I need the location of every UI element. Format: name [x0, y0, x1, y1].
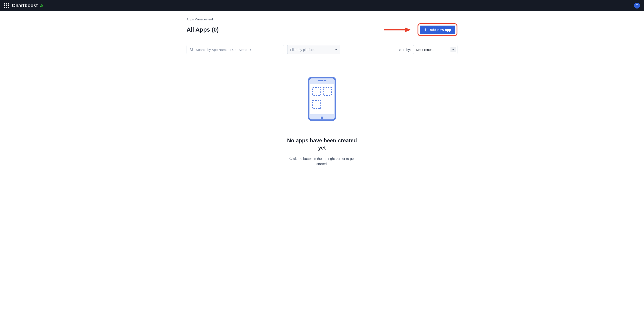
avatar-initial: T — [636, 4, 638, 7]
apps-grid-icon[interactable] — [4, 3, 9, 8]
breadcrumb: Apps Management — [186, 18, 458, 21]
empty-state: No apps have been created yet Click the … — [186, 63, 458, 166]
empty-state-title: No apps have been created yet — [286, 137, 358, 152]
svg-rect-8 — [318, 80, 323, 81]
plus-icon — [424, 28, 428, 32]
svg-line-5 — [192, 50, 194, 51]
search-input[interactable] — [196, 48, 281, 52]
chevron-down-icon — [452, 48, 454, 51]
chevron-down-icon — [335, 48, 338, 51]
top-navbar: Chartboost T — [0, 0, 644, 11]
svg-marker-1 — [405, 28, 411, 32]
filter-row: Filter by platform Sort by: Most recent — [186, 45, 458, 54]
search-field-wrap[interactable] — [186, 45, 284, 54]
user-avatar[interactable]: T — [634, 3, 640, 8]
sort-group: Sort by: Most recent — [399, 45, 458, 54]
main-container: Apps Management All Apps (0) Add new app — [183, 11, 461, 175]
svg-rect-10 — [321, 116, 323, 119]
brand-logo-group[interactable]: Chartboost — [12, 3, 44, 8]
sort-select[interactable]: Most recent — [413, 45, 458, 54]
brand-mark-icon — [40, 4, 44, 8]
page-title: All Apps (0) — [186, 26, 219, 33]
search-icon — [190, 47, 194, 52]
annotation-highlight-box: Add new app — [418, 23, 458, 36]
svg-rect-9 — [324, 80, 326, 81]
sort-label: Sort by: — [399, 48, 411, 52]
brand-name: Chartboost — [12, 3, 38, 8]
add-button-label: Add new app — [430, 28, 451, 32]
sort-selected-value: Most recent — [416, 48, 434, 52]
sort-chevron-box — [450, 47, 456, 52]
annotation-arrow-icon — [384, 27, 411, 32]
svg-rect-7 — [310, 84, 334, 114]
platform-filter-select[interactable]: Filter by platform — [287, 45, 340, 54]
title-row: All Apps (0) Add new app — [186, 23, 458, 36]
empty-phone-icon — [308, 76, 336, 121]
platform-filter-placeholder: Filter by platform — [290, 48, 315, 52]
add-new-app-button[interactable]: Add new app — [420, 26, 455, 34]
svg-point-4 — [190, 48, 192, 50]
navbar-left: Chartboost — [4, 3, 44, 8]
empty-state-subtitle: Click the button in the top right corner… — [288, 156, 356, 166]
